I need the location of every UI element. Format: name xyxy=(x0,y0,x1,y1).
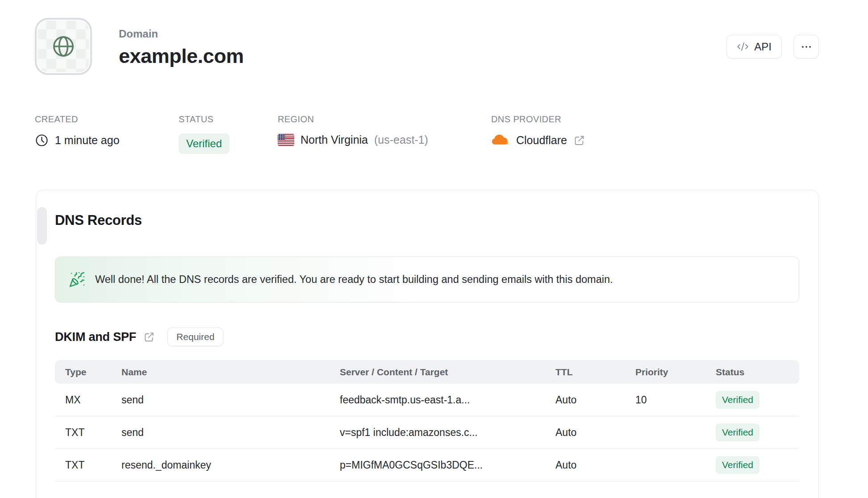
external-link-icon[interactable] xyxy=(573,134,585,146)
more-button[interactable] xyxy=(793,35,819,58)
created-label: CREATED xyxy=(35,114,120,124)
code-icon xyxy=(737,41,749,53)
col-priority: Priority xyxy=(635,367,716,378)
us-flag-icon xyxy=(278,134,294,146)
meta-region: REGION North Virginia (us-east-1) xyxy=(278,114,428,146)
cell-name: resend._domainkey xyxy=(121,459,340,471)
cloudflare-icon xyxy=(491,133,510,147)
section-title: DKIM and SPF xyxy=(55,330,136,344)
dns-records-table: Type Name Server / Content / Target TTL … xyxy=(55,360,799,481)
meta-created: CREATED 1 minute ago xyxy=(35,114,120,147)
table-header-row: Type Name Server / Content / Target TTL … xyxy=(55,360,799,384)
success-banner: Well done! All the DNS records are verif… xyxy=(55,257,799,303)
cell-ttl: Auto xyxy=(555,459,635,471)
ellipsis-icon xyxy=(801,41,812,53)
external-link-icon[interactable] xyxy=(143,331,155,343)
cell-type: TXT xyxy=(65,427,121,439)
status-label: STATUS xyxy=(179,114,230,124)
verified-badge: Verified xyxy=(716,456,760,474)
meta-row: CREATED 1 minute ago STATUS Verified REG… xyxy=(0,114,868,154)
table-row[interactable]: TXT resend._domainkey p=MIGfMA0GCSqGSIb3… xyxy=(55,449,799,481)
region-label: REGION xyxy=(278,114,428,124)
card-title: DNS Records xyxy=(55,212,800,228)
page-title: example.com xyxy=(119,45,244,68)
dns-provider-value: Cloudflare xyxy=(516,134,567,147)
required-badge: Required xyxy=(167,328,223,346)
clock-icon xyxy=(35,133,49,147)
col-type: Type xyxy=(65,367,121,378)
verified-badge: Verified xyxy=(716,391,760,409)
created-value: 1 minute ago xyxy=(55,134,120,147)
cell-ttl: Auto xyxy=(555,427,635,439)
meta-dns-provider: DNS PROVIDER Cloudflare xyxy=(491,114,585,147)
cell-status: Verified xyxy=(716,391,799,409)
cell-priority: 10 xyxy=(635,394,716,406)
domain-detail-page: Domain example.com API CREATED xyxy=(0,0,868,498)
page-kicker: Domain xyxy=(119,28,244,40)
banner-text: Well done! All the DNS records are verif… xyxy=(95,274,613,286)
table-row[interactable]: TXT send v=spf1 include:amazonses.c... A… xyxy=(55,416,799,449)
dkim-spf-section-head: DKIM and SPF Required xyxy=(55,328,800,346)
api-button[interactable]: API xyxy=(726,35,782,58)
col-content: Server / Content / Target xyxy=(340,367,555,378)
cell-type: TXT xyxy=(65,459,121,471)
cell-name: send xyxy=(121,394,340,406)
scrollbar-thumb[interactable] xyxy=(37,207,47,245)
region-value: North Virginia xyxy=(300,133,368,146)
cell-content: feedback-smtp.us-east-1.a... xyxy=(340,394,555,406)
status-badge: Verified xyxy=(179,133,230,154)
globe-icon xyxy=(51,34,75,58)
table-row[interactable]: MX send feedback-smtp.us-east-1.a... Aut… xyxy=(55,384,799,416)
header-actions: API xyxy=(726,35,819,58)
dns-records-card: DNS Records Well done! All the DNS recor… xyxy=(36,190,819,498)
col-status: Status xyxy=(716,367,799,378)
cell-status: Verified xyxy=(716,456,799,474)
col-ttl: TTL xyxy=(555,367,635,378)
region-code: (us-east-1) xyxy=(374,133,428,146)
meta-status: STATUS Verified xyxy=(179,114,230,154)
domain-avatar xyxy=(35,18,92,75)
cell-ttl: Auto xyxy=(555,394,635,406)
cell-content: p=MIGfMA0GCSqGSIb3DQE... xyxy=(340,459,555,471)
cell-name: send xyxy=(121,427,340,439)
cell-status: Verified xyxy=(716,423,799,441)
col-name: Name xyxy=(121,367,340,378)
cell-type: MX xyxy=(65,394,121,406)
api-button-label: API xyxy=(754,41,772,53)
party-popper-icon xyxy=(69,271,85,288)
dns-provider-label: DNS PROVIDER xyxy=(491,114,585,124)
verified-badge: Verified xyxy=(716,423,760,441)
title-block: Domain example.com xyxy=(119,28,244,68)
cell-content: v=spf1 include:amazonses.c... xyxy=(340,427,555,439)
